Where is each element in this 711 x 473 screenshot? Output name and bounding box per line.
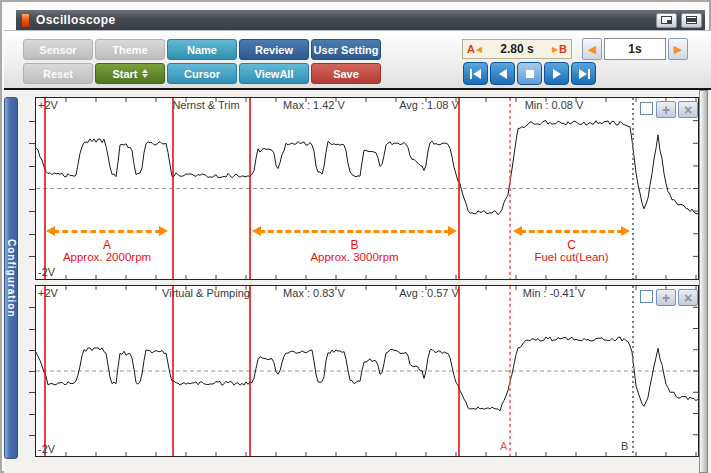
- arrow-head-right-icon: [159, 226, 168, 236]
- transport-controls: [463, 62, 596, 85]
- add-channel-button[interactable]: +: [656, 289, 676, 306]
- y-axis-tick: [29, 166, 35, 167]
- annotation-text: Approx. 2000rpm: [46, 251, 168, 263]
- skip-end-button[interactable]: [571, 62, 596, 85]
- configuration-tab[interactable]: Configuration: [4, 97, 18, 459]
- annotation-id: C: [513, 238, 630, 252]
- channel-checkbox[interactable]: [640, 102, 653, 115]
- annotation-text: Fuel cut(Lean): [513, 251, 630, 263]
- y-axis-tick: [29, 414, 35, 415]
- interval-decrease-button[interactable]: ◀: [582, 38, 602, 60]
- annotation-text: Approx. 3000rpm: [252, 251, 457, 263]
- dashed-arrow-line: [53, 230, 161, 233]
- reset-button[interactable]: Reset: [23, 63, 93, 84]
- arrow-head-right-icon: [448, 226, 457, 236]
- close-channel-button[interactable]: ×: [678, 289, 698, 306]
- rollup-window-icon: [686, 16, 697, 24]
- rollup-window-button[interactable]: [681, 13, 702, 28]
- annotation-region-b: B Approx. 3000rpm: [252, 228, 457, 276]
- annotation-region-a: A Approx. 2000rpm: [46, 228, 168, 276]
- stat-max: Max : 0.83 V: [249, 287, 379, 299]
- review-button[interactable]: Review: [239, 39, 309, 60]
- theme-button[interactable]: Theme: [95, 39, 165, 60]
- cursor-b-label: B: [559, 43, 567, 55]
- viewall-button[interactable]: ViewAll: [239, 63, 309, 84]
- interval-value-box[interactable]: 1s: [604, 38, 666, 60]
- stat-min: Min : 0.08 V: [489, 99, 619, 111]
- title-bar[interactable]: Oscilloscope: [16, 10, 705, 30]
- stat-min: Min : -0.41 V: [489, 287, 619, 299]
- save-button[interactable]: Save: [311, 63, 381, 84]
- skip-end-icon: [577, 68, 591, 80]
- y-axis-tick: [29, 143, 35, 144]
- cursor-a-marker[interactable]: A: [500, 440, 507, 452]
- channel-checkbox[interactable]: [640, 290, 653, 303]
- step-back-button[interactable]: [490, 62, 515, 85]
- start-button[interactable]: Start: [95, 63, 165, 84]
- vertical-scrollbar[interactable]: [699, 90, 708, 473]
- cursor-a-label: A: [467, 43, 475, 55]
- y-max-label: +2V: [38, 287, 58, 299]
- sensor-button[interactable]: Sensor: [23, 39, 93, 60]
- y-axis-tick: [29, 371, 35, 372]
- y-axis-tick: [29, 435, 35, 436]
- annotation-id: A: [46, 238, 168, 252]
- toolbar-row-2: Reset Start Cursor ViewAll Save: [23, 63, 381, 84]
- step-back-icon: [496, 68, 510, 80]
- play-button[interactable]: [544, 62, 569, 85]
- toolbar: Sensor Theme Name Review User Setting Re…: [4, 30, 711, 90]
- popout-window-button[interactable]: [656, 13, 677, 28]
- arrow-head-right-icon: [621, 226, 630, 236]
- start-updown-icon: [142, 69, 148, 78]
- y-axis-tick: [29, 350, 35, 351]
- skip-start-button[interactable]: [463, 62, 488, 85]
- y-axis-tick: [29, 234, 35, 235]
- app-icon: [22, 14, 29, 27]
- scope-panel-nernst: +2V -2V Nernst & Trim Max : 1.42 V Avg :…: [35, 97, 699, 280]
- stop-button[interactable]: [517, 62, 542, 85]
- oscilloscope-window: Oscilloscope Sensor Theme Name Review Us…: [0, 0, 711, 473]
- stop-icon: [523, 68, 537, 80]
- waveform-plot-virtual: [36, 286, 698, 456]
- close-channel-button[interactable]: ×: [678, 101, 698, 118]
- y-axis-tick: [29, 256, 35, 257]
- y-max-label: +2V: [38, 99, 58, 111]
- annotation-region-c: C Fuel cut(Lean): [513, 228, 630, 276]
- annotation-id: B: [252, 238, 457, 252]
- y-axis-tick: [29, 307, 35, 308]
- ab-range-box[interactable]: A ◀ 2.80 s ▶ B: [462, 39, 572, 59]
- screen: Oscilloscope Sensor Theme Name Review Us…: [0, 0, 711, 473]
- y-axis-tick: [29, 211, 35, 212]
- play-icon: [550, 68, 564, 80]
- y-axis-tick: [29, 392, 35, 393]
- add-channel-button[interactable]: +: [656, 101, 676, 118]
- y-axis-tick: [29, 329, 35, 330]
- start-button-label: Start: [112, 68, 137, 80]
- toolbar-row-1: Sensor Theme Name Review User Setting: [23, 39, 381, 60]
- interval-increase-button[interactable]: ▶: [668, 38, 688, 60]
- scope-panel-virtual: +2V -2V Virtual & Pumping Max : 0.83 V A…: [35, 285, 699, 457]
- arrow-left-icon: ◀: [476, 45, 482, 54]
- stat-avg: Avg : 1.08 V: [364, 99, 494, 111]
- dashed-arrow-line: [259, 230, 450, 233]
- stat-avg: Avg : 0.57 V: [364, 287, 494, 299]
- popout-window-icon: [661, 16, 672, 24]
- cursor-button[interactable]: Cursor: [167, 63, 237, 84]
- y-axis-tick: [29, 189, 35, 190]
- user-setting-button[interactable]: User Setting: [311, 39, 381, 60]
- arrow-right-icon: ▶: [552, 45, 558, 54]
- stat-max: Max : 1.42 V: [249, 99, 379, 111]
- name-button[interactable]: Name: [167, 39, 237, 60]
- y-axis-tick: [29, 121, 35, 122]
- window-title: Oscilloscope: [36, 13, 652, 27]
- y-min-label: -2V: [38, 443, 55, 455]
- dashed-arrow-line: [520, 230, 623, 233]
- skip-start-icon: [469, 68, 483, 80]
- cursor-b-marker[interactable]: B: [621, 440, 628, 452]
- ab-range-value: 2.80 s: [483, 42, 551, 56]
